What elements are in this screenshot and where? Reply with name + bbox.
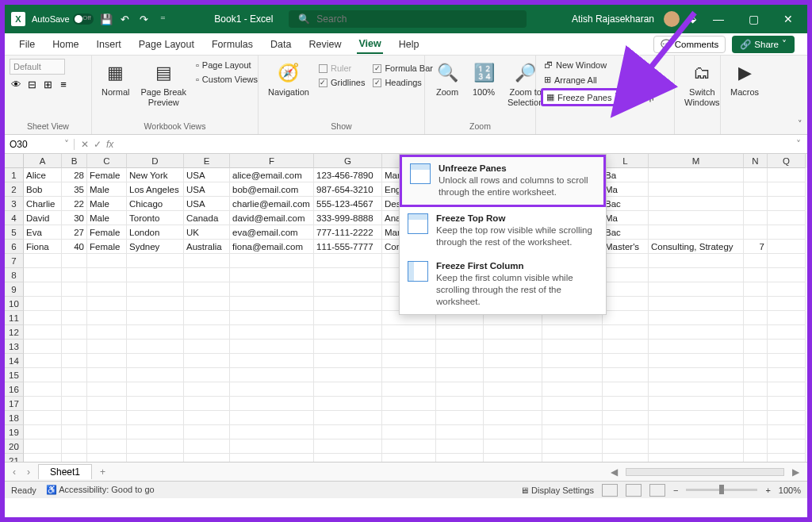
cell[interactable] bbox=[314, 397, 382, 411]
search-box[interactable]: 🔍 bbox=[289, 10, 527, 28]
cell[interactable]: Fiona bbox=[24, 240, 62, 254]
cell[interactable] bbox=[24, 411, 62, 425]
cell[interactable] bbox=[62, 268, 87, 282]
cell[interactable]: UK bbox=[184, 225, 230, 240]
column-header-E[interactable]: E bbox=[184, 154, 230, 168]
cell[interactable] bbox=[436, 411, 484, 425]
row-header[interactable]: 17 bbox=[5, 397, 24, 411]
cell[interactable] bbox=[649, 439, 744, 454]
column-header-G[interactable]: G bbox=[314, 154, 382, 168]
comments-button[interactable]: 💬 Comments bbox=[653, 36, 726, 53]
split-button[interactable]: ▯ bbox=[630, 62, 642, 75]
cell[interactable] bbox=[230, 397, 314, 411]
cell[interactable] bbox=[230, 297, 314, 311]
hide-button[interactable]: ▭ bbox=[630, 76, 642, 89]
cell[interactable] bbox=[24, 368, 62, 382]
add-sheet-button[interactable]: + bbox=[97, 466, 109, 478]
row-header[interactable]: 2 bbox=[5, 182, 24, 197]
cell[interactable] bbox=[484, 425, 542, 439]
cell[interactable] bbox=[603, 454, 649, 462]
page-break-preview-button[interactable]: ▤Page Break Preview bbox=[136, 59, 190, 109]
cell[interactable] bbox=[768, 325, 806, 340]
cell[interactable] bbox=[436, 340, 484, 354]
sheetview-new-icon[interactable]: ⊞ bbox=[41, 78, 54, 90]
cell[interactable] bbox=[230, 382, 314, 397]
cell[interactable] bbox=[184, 425, 230, 439]
column-header-M[interactable]: M bbox=[649, 154, 744, 168]
tab-data[interactable]: Data bbox=[269, 36, 293, 53]
cell[interactable] bbox=[382, 397, 436, 411]
cell[interactable] bbox=[768, 439, 806, 454]
cell[interactable] bbox=[744, 282, 768, 297]
cell[interactable]: alice@email.com bbox=[230, 168, 314, 182]
row-header[interactable]: 9 bbox=[5, 282, 24, 297]
cell[interactable] bbox=[127, 254, 184, 268]
cell[interactable]: Consulting, Strategy bbox=[649, 240, 744, 254]
cell[interactable]: USA bbox=[184, 182, 230, 197]
cell[interactable]: 987-654-3210 bbox=[314, 182, 382, 197]
cell[interactable] bbox=[62, 354, 87, 368]
cell[interactable] bbox=[603, 368, 649, 382]
cell[interactable] bbox=[184, 411, 230, 425]
cell[interactable] bbox=[484, 368, 542, 382]
tab-review[interactable]: Review bbox=[307, 36, 343, 53]
cell[interactable] bbox=[649, 182, 744, 197]
cell[interactable] bbox=[314, 439, 382, 454]
pagebreak-view-status-icon[interactable] bbox=[649, 484, 665, 497]
row-header[interactable]: 4 bbox=[5, 211, 24, 225]
tab-formulas[interactable]: Formulas bbox=[210, 36, 255, 53]
cell[interactable] bbox=[127, 282, 184, 297]
cell[interactable] bbox=[744, 182, 768, 197]
cell[interactable] bbox=[542, 425, 603, 439]
cell[interactable] bbox=[62, 325, 87, 340]
cell[interactable] bbox=[744, 354, 768, 368]
sheet-view-select[interactable] bbox=[10, 59, 65, 75]
user-name[interactable]: Atish Rajasekharan bbox=[572, 13, 654, 25]
cell[interactable]: Female bbox=[87, 240, 127, 254]
maximize-button[interactable]: ▢ bbox=[741, 13, 766, 25]
cell[interactable] bbox=[87, 311, 127, 325]
row-header[interactable]: 18 bbox=[5, 411, 24, 425]
cell[interactable] bbox=[24, 311, 62, 325]
minimize-button[interactable]: — bbox=[706, 13, 731, 25]
cell[interactable] bbox=[87, 325, 127, 340]
cell[interactable] bbox=[603, 254, 649, 268]
normal-view-button[interactable]: ▦Normal bbox=[97, 59, 134, 99]
cell[interactable] bbox=[768, 211, 806, 225]
cell[interactable]: Ba bbox=[603, 168, 649, 182]
cell[interactable] bbox=[649, 454, 744, 462]
sheet-nav-prev[interactable]: ‹ bbox=[10, 466, 19, 478]
cell[interactable] bbox=[768, 225, 806, 240]
cell[interactable] bbox=[542, 454, 603, 462]
cell[interactable]: 27 bbox=[62, 225, 87, 240]
cell[interactable]: Los Angeles bbox=[127, 182, 184, 197]
cell[interactable] bbox=[768, 340, 806, 354]
cell[interactable] bbox=[744, 340, 768, 354]
cell[interactable]: Canada bbox=[184, 211, 230, 225]
cell[interactable] bbox=[127, 382, 184, 397]
cell[interactable] bbox=[436, 382, 484, 397]
cell[interactable] bbox=[744, 411, 768, 425]
column-header-F[interactable]: F bbox=[230, 154, 314, 168]
cell[interactable] bbox=[87, 382, 127, 397]
freeze-first-column-item[interactable]: Freeze First Column Keep the first colum… bbox=[400, 255, 606, 314]
cell[interactable]: Bob bbox=[24, 182, 62, 197]
cell[interactable] bbox=[127, 297, 184, 311]
fx-icon[interactable]: fx bbox=[106, 139, 113, 150]
cell[interactable] bbox=[382, 368, 436, 382]
cell[interactable] bbox=[314, 282, 382, 297]
cell[interactable] bbox=[744, 225, 768, 240]
cell[interactable] bbox=[87, 282, 127, 297]
cell[interactable] bbox=[382, 425, 436, 439]
cell[interactable] bbox=[649, 168, 744, 182]
search-input[interactable] bbox=[316, 13, 517, 25]
freeze-top-row-item[interactable]: Freeze Top Row Keep the top row visible … bbox=[400, 207, 606, 255]
cell[interactable] bbox=[184, 382, 230, 397]
cell[interactable] bbox=[127, 354, 184, 368]
cell[interactable] bbox=[768, 168, 806, 182]
cell[interactable] bbox=[603, 354, 649, 368]
cell[interactable] bbox=[127, 411, 184, 425]
cell[interactable] bbox=[62, 368, 87, 382]
sheetview-options-icon[interactable]: ≡ bbox=[57, 78, 70, 90]
cell[interactable] bbox=[62, 340, 87, 354]
